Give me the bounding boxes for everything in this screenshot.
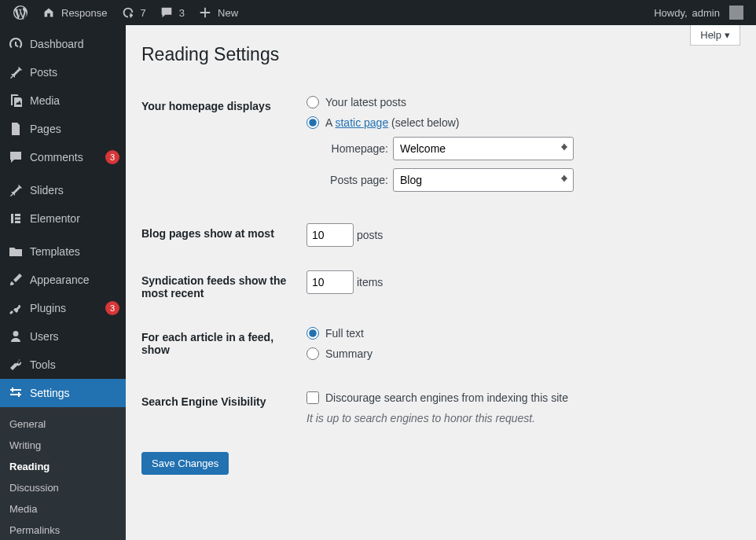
sidebar-item-templates[interactable]: Templates bbox=[0, 237, 126, 266]
sidebar-item-sliders[interactable]: Sliders bbox=[0, 176, 126, 204]
sidebar-item-plugins[interactable]: Plugins3 bbox=[0, 294, 126, 322]
discourage-checkbox[interactable] bbox=[306, 391, 319, 404]
search-visibility-label: Search Engine Visibility bbox=[141, 380, 299, 436]
sidebar-item-label: Pages bbox=[30, 123, 119, 135]
sidebar-item-label: Sliders bbox=[30, 184, 119, 197]
sidebar-item-tools[interactable]: Tools bbox=[0, 351, 126, 379]
comments-count: 3 bbox=[179, 7, 185, 19]
sidebar-item-settings[interactable]: Settings bbox=[0, 379, 126, 407]
home-icon bbox=[41, 5, 57, 20]
my-account-link[interactable]: Howdy, admin bbox=[648, 0, 750, 25]
latest-posts-radio[interactable] bbox=[306, 96, 319, 108]
sidebar-item-label: Tools bbox=[30, 358, 119, 371]
search-visibility-desc: It is up to search engines to honor this… bbox=[306, 412, 732, 424]
help-label: Help bbox=[700, 29, 721, 41]
page-icon bbox=[8, 121, 24, 137]
comment-icon bbox=[159, 5, 174, 20]
update-badge: 3 bbox=[105, 150, 119, 164]
site-name-link[interactable]: Response bbox=[35, 0, 114, 25]
discourage-label[interactable]: Discourage search engines from indexing … bbox=[325, 391, 568, 404]
updates-count: 7 bbox=[141, 7, 146, 19]
blog-pages-label: Blog pages show at most bbox=[141, 211, 299, 259]
howdy-prefix: Howdy, bbox=[654, 7, 687, 19]
sidebar-item-label: Media bbox=[30, 94, 119, 107]
wrench-icon bbox=[8, 357, 24, 373]
help-tab[interactable]: Help ▾ bbox=[690, 25, 740, 46]
sidebar-item-label: Plugins bbox=[30, 302, 99, 314]
plug-icon bbox=[8, 300, 24, 316]
summary-label[interactable]: Summary bbox=[325, 347, 372, 360]
submenu-item-media[interactable]: Media bbox=[0, 498, 126, 520]
settings-icon bbox=[8, 385, 24, 401]
pin-icon bbox=[8, 64, 24, 80]
submenu-item-permalinks[interactable]: Permalinks bbox=[0, 520, 126, 540]
new-label: New bbox=[218, 7, 238, 19]
updates-link[interactable]: 7 bbox=[114, 0, 152, 25]
media-icon bbox=[8, 93, 24, 108]
pin-icon bbox=[8, 182, 24, 198]
submenu-item-discussion[interactable]: Discussion bbox=[0, 477, 126, 498]
sidebar-item-users[interactable]: Users bbox=[0, 322, 126, 351]
new-content-link[interactable]: New bbox=[191, 0, 244, 25]
full-text-radio[interactable] bbox=[306, 327, 319, 340]
sidebar-item-label: Comments bbox=[30, 151, 99, 163]
comments-link[interactable]: 3 bbox=[152, 0, 191, 25]
avatar bbox=[729, 6, 743, 20]
settings-submenu: GeneralWritingReadingDiscussionMediaPerm… bbox=[0, 407, 126, 540]
admin-bar: Response 7 3 New Howdy, admin bbox=[0, 0, 756, 25]
save-button[interactable]: Save Changes bbox=[141, 452, 229, 475]
sidebar-item-pages[interactable]: Pages bbox=[0, 115, 126, 143]
sidebar-item-label: Users bbox=[30, 330, 119, 343]
submenu-item-writing[interactable]: Writing bbox=[0, 435, 126, 456]
posts-page-select[interactable]: Blog bbox=[393, 168, 574, 192]
updates-icon bbox=[120, 5, 136, 20]
submenu-item-reading[interactable]: Reading bbox=[0, 456, 126, 477]
static-page-radio[interactable] bbox=[306, 116, 319, 129]
syndication-unit: items bbox=[357, 276, 383, 288]
syndication-label: Syndication feeds show the most recent bbox=[141, 259, 299, 315]
sidebar-item-dashboard[interactable]: Dashboard bbox=[0, 30, 126, 58]
syndication-input[interactable] bbox=[306, 270, 354, 294]
sidebar-item-label: Appearance bbox=[30, 274, 119, 286]
page-title: Reading Settings bbox=[141, 44, 740, 65]
latest-posts-label[interactable]: Your latest posts bbox=[325, 96, 406, 108]
sidebar-item-label: Elementor bbox=[30, 212, 119, 225]
sidebar-item-comments[interactable]: Comments3 bbox=[0, 143, 126, 171]
static-page-label[interactable]: A static page (select below) bbox=[325, 116, 459, 129]
elementor-icon bbox=[8, 211, 24, 226]
submenu-item-general[interactable]: General bbox=[0, 413, 126, 435]
sidebar-item-appearance[interactable]: Appearance bbox=[0, 266, 126, 294]
sidebar-item-elementor[interactable]: Elementor bbox=[0, 204, 126, 233]
site-name-text: Response bbox=[61, 7, 108, 19]
homepage-select-label: Homepage: bbox=[322, 142, 388, 155]
summary-radio[interactable] bbox=[306, 347, 319, 360]
static-page-link[interactable]: static page bbox=[335, 116, 388, 129]
brush-icon bbox=[8, 272, 24, 288]
sidebar-item-media[interactable]: Media bbox=[0, 86, 126, 115]
plus-icon bbox=[197, 5, 213, 20]
homepage-select[interactable]: Welcome bbox=[393, 137, 574, 160]
sidebar-item-label: Dashboard bbox=[30, 38, 119, 50]
comment-icon bbox=[8, 149, 24, 165]
posts-page-select-label: Posts page: bbox=[322, 174, 388, 186]
blog-pages-input[interactable] bbox=[306, 223, 354, 247]
feed-article-label: For each article in a feed, show bbox=[141, 315, 299, 380]
admin-sidebar: DashboardPostsMediaPagesComments3Sliders… bbox=[0, 25, 126, 540]
sidebar-item-label: Templates bbox=[30, 245, 119, 258]
wordpress-icon bbox=[13, 5, 28, 20]
wp-logo[interactable] bbox=[6, 0, 35, 25]
username-text: admin bbox=[692, 7, 720, 19]
sidebar-item-posts[interactable]: Posts bbox=[0, 58, 126, 86]
sidebar-item-label: Settings bbox=[30, 387, 119, 399]
user-icon bbox=[8, 329, 24, 344]
homepage-displays-label: Your homepage displays bbox=[141, 84, 299, 211]
full-text-label[interactable]: Full text bbox=[325, 327, 364, 340]
folder-icon bbox=[8, 244, 24, 259]
dashboard-icon bbox=[8, 36, 24, 52]
update-badge: 3 bbox=[105, 301, 119, 315]
main-content: Help ▾ Reading Settings Your homepage di… bbox=[126, 25, 756, 540]
blog-pages-unit: posts bbox=[357, 229, 383, 241]
sidebar-item-label: Posts bbox=[30, 66, 119, 79]
chevron-down-icon: ▾ bbox=[725, 29, 730, 41]
